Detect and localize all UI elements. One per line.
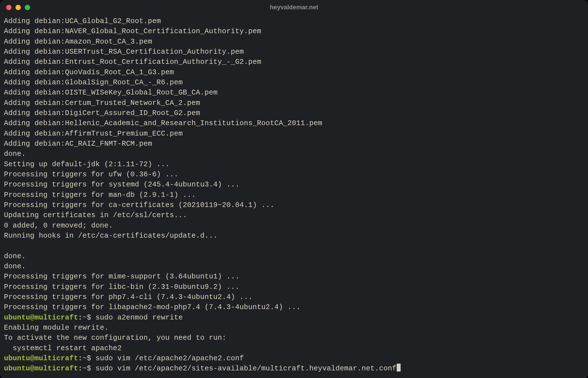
output-line: 0 added, 0 removed; done. <box>4 221 584 231</box>
output-line: Updating certificates in /etc/ssl/certs.… <box>4 210 584 220</box>
output-line: Adding debian:QuoVadis_Root_CA_1_G3.pem <box>4 68 584 78</box>
prompt-path: ~ <box>82 354 87 363</box>
titlebar: heyvaldemar.net <box>0 0 588 15</box>
output-line: Processing triggers for systemd (245.4-4… <box>4 180 584 190</box>
output-line: done. <box>4 149 584 159</box>
output-line: Processing triggers for libc-bin (2.31-0… <box>4 282 584 292</box>
terminal-body[interactable]: Adding debian:UCA_Global_G2_Root.pemAddi… <box>0 15 588 378</box>
output-line: Adding debian:GlobalSign_Root_CA_-_R6.pe… <box>4 78 584 88</box>
output-line: systemctl restart apache2 <box>4 343 584 354</box>
output-line: Adding debian:Entrust_Root_Certification… <box>4 57 584 67</box>
output-line: Adding debian:AffirmTrust_Premium_ECC.pe… <box>4 129 584 139</box>
output-line: Adding debian:DigiCert_Assured_ID_Root_G… <box>4 108 584 118</box>
maximize-icon[interactable] <box>25 5 30 10</box>
prompt-separator: : <box>78 354 83 363</box>
prompt-user-host: ubuntu@multicraft <box>4 354 78 363</box>
prompt-line: ubuntu@multicraft:~$ sudo a2enmod rewrit… <box>4 313 584 323</box>
output-line: Setting up default-jdk (2:1.11-72) ... <box>4 159 584 170</box>
prompt-symbol: $ <box>87 354 96 363</box>
output-line: Processing triggers for ca-certificates … <box>4 200 584 210</box>
output-line: done. <box>4 262 584 272</box>
prompt-user-host: ubuntu@multicraft <box>4 364 78 373</box>
output-line: Adding debian:USERTrust_RSA_Certificatio… <box>4 47 584 57</box>
command-text: sudo vim /etc/apache2/apache2.conf <box>96 354 244 363</box>
output-line: Processing triggers for libapache2-mod-p… <box>4 302 584 312</box>
output-line: Adding debian:NAVER_Global_Root_Certific… <box>4 26 584 37</box>
output-line: Processing triggers for php7.4-cli (7.4.… <box>4 292 584 302</box>
output-line: To activate the new configuration, you n… <box>4 333 584 343</box>
prompt-line: ubuntu@multicraft:~$ sudo vim /etc/apach… <box>4 354 584 364</box>
output-line <box>4 241 584 251</box>
prompt-separator: : <box>78 314 83 322</box>
output-line: Enabling module rewrite. <box>4 323 584 333</box>
output-line: Adding debian:Hellenic_Academic_and_Rese… <box>4 118 584 129</box>
window-controls <box>6 5 30 10</box>
output-line: Adding debian:AC_RAIZ_FNMT-RCM.pem <box>4 139 584 149</box>
window-title: heyvaldemar.net <box>0 4 588 10</box>
output-line: Processing triggers for mime-support (3.… <box>4 272 584 282</box>
prompt-separator: : <box>78 364 83 373</box>
prompt-user-host: ubuntu@multicraft <box>4 314 78 322</box>
output-line: done. <box>4 251 584 262</box>
command-text: sudo a2enmod rewrite <box>96 314 183 322</box>
prompt-path: ~ <box>82 364 87 373</box>
close-icon[interactable] <box>6 5 12 10</box>
cursor <box>397 364 401 372</box>
output-line: Adding debian:Certum_Trusted_Network_CA_… <box>4 98 584 108</box>
output-line: Processing triggers for man-db (2.9.1-1)… <box>4 190 584 200</box>
terminal-window: heyvaldemar.net Adding debian:UCA_Global… <box>0 0 588 378</box>
output-line: Running hooks in /etc/ca-certificates/up… <box>4 231 584 241</box>
minimize-icon[interactable] <box>15 5 21 10</box>
prompt-symbol: $ <box>87 364 96 373</box>
command-text: sudo vim /etc/apache2/sites-available/mu… <box>96 364 397 373</box>
output-line: Adding debian:Amazon_Root_CA_3.pem <box>4 37 584 47</box>
output-line: Adding debian:UCA_Global_G2_Root.pem <box>4 16 584 26</box>
output-line: Adding debian:OISTE_WISeKey_Global_Root_… <box>4 88 584 98</box>
prompt-path: ~ <box>82 314 87 322</box>
prompt-current[interactable]: ubuntu@multicraft:~$ sudo vim /etc/apach… <box>4 364 584 374</box>
output-line: Processing triggers for ufw (0.36-6) ... <box>4 170 584 180</box>
prompt-symbol: $ <box>87 314 96 322</box>
